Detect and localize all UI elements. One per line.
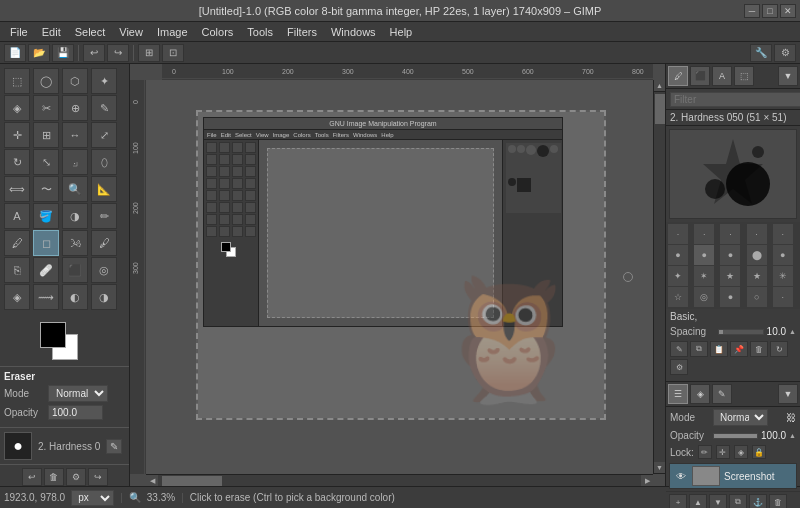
brush-action-edit[interactable]: ✎ bbox=[670, 341, 688, 357]
tool-burn[interactable]: ◑ bbox=[91, 284, 117, 310]
tool-ellipse-select[interactable]: ◯ bbox=[33, 68, 59, 94]
minimize-button[interactable]: ─ bbox=[744, 4, 760, 18]
tool-move[interactable]: ✛ bbox=[4, 122, 30, 148]
tool-rect-select[interactable]: ⬚ bbox=[4, 68, 30, 94]
brush-cell-4[interactable]: · bbox=[773, 224, 793, 244]
brush-cell-2[interactable]: · bbox=[720, 224, 740, 244]
mode-chain-icon[interactable]: ⛓ bbox=[786, 412, 796, 423]
panel-tab-extra[interactable]: ⬚ bbox=[734, 66, 754, 86]
scroll-left-arrow[interactable]: ◀ bbox=[146, 475, 158, 487]
tool-blur[interactable]: ◎ bbox=[91, 257, 117, 283]
brush-cell-13[interactable]: ★ bbox=[747, 266, 767, 286]
tool-select-by-color[interactable]: ◈ bbox=[4, 95, 30, 121]
tool-sharpen[interactable]: ◈ bbox=[4, 284, 30, 310]
nav-redo[interactable]: ↪ bbox=[88, 468, 108, 486]
menu-image[interactable]: Image bbox=[151, 25, 194, 39]
tool-perspective[interactable]: ⬯ bbox=[91, 149, 117, 175]
tool-airbrush[interactable]: 🌬 bbox=[62, 230, 88, 256]
lock-pixels-button[interactable]: ✏ bbox=[698, 445, 712, 459]
canvas-image-area[interactable]: GNU Image Manipulation Program FileEditS… bbox=[196, 110, 606, 420]
tool-ink[interactable]: 🖋 bbox=[91, 230, 117, 256]
tool-perspective-clone[interactable]: ⬛ bbox=[62, 257, 88, 283]
tool-fuzzy-select[interactable]: ✦ bbox=[91, 68, 117, 94]
tool-paintbrush[interactable]: 🖊 bbox=[4, 230, 30, 256]
mode-dropdown[interactable]: Normal bbox=[713, 409, 768, 426]
brush-cell-1[interactable]: · bbox=[694, 224, 714, 244]
tool-smudge[interactable]: ⟿ bbox=[33, 284, 59, 310]
panel-tab-brushes[interactable]: 🖊 bbox=[668, 66, 688, 86]
opacity-input[interactable] bbox=[48, 405, 103, 420]
toolbar-undo[interactable]: ↩ bbox=[83, 44, 105, 62]
spacing-slider[interactable] bbox=[718, 329, 764, 335]
brush-cell-12[interactable]: ★ bbox=[720, 266, 740, 286]
lock-all-button[interactable]: 🔒 bbox=[752, 445, 766, 459]
brush-cell-18[interactable]: ○ bbox=[747, 287, 767, 307]
brush-cell-5[interactable]: ● bbox=[668, 245, 688, 265]
toolbar-zoom-fit[interactable]: ⊞ bbox=[138, 44, 160, 62]
vertical-scrollbar[interactable]: ▲ ▼ bbox=[653, 80, 665, 474]
menu-edit[interactable]: Edit bbox=[36, 25, 67, 39]
layers-tab[interactable]: ☰ bbox=[668, 384, 688, 404]
layer-raise-button[interactable]: ▲ bbox=[689, 494, 707, 508]
nav-config[interactable]: ⚙ bbox=[66, 468, 86, 486]
brush-cell-10[interactable]: ✦ bbox=[668, 266, 688, 286]
brush-action-paste[interactable]: 📌 bbox=[730, 341, 748, 357]
foreground-color[interactable] bbox=[40, 322, 66, 348]
brush-cell-7[interactable]: ● bbox=[720, 245, 740, 265]
menu-windows[interactable]: Windows bbox=[325, 25, 382, 39]
menu-file[interactable]: File bbox=[4, 25, 34, 39]
toolbar-save[interactable]: 💾 bbox=[52, 44, 74, 62]
tool-rotate[interactable]: ↻ bbox=[4, 149, 30, 175]
scroll-up-arrow[interactable]: ▲ bbox=[654, 80, 666, 92]
maximize-button[interactable]: □ bbox=[762, 4, 778, 18]
nav-delete[interactable]: 🗑 bbox=[44, 468, 64, 486]
toolbar-extra1[interactable]: 🔧 bbox=[750, 44, 772, 62]
brush-cell-14[interactable]: ✳ bbox=[773, 266, 793, 286]
tool-dodge[interactable]: ◐ bbox=[62, 284, 88, 310]
tool-pencil[interactable]: ✏ bbox=[91, 203, 117, 229]
brush-cell-19[interactable]: · bbox=[773, 287, 793, 307]
lock-position-button[interactable]: ✛ bbox=[716, 445, 730, 459]
canvas-container[interactable]: GNU Image Manipulation Program FileEditS… bbox=[146, 80, 653, 474]
brush-icon[interactable]: ● bbox=[4, 432, 32, 460]
panel-tab-patterns[interactable]: ⬛ bbox=[690, 66, 710, 86]
tool-paths[interactable]: ✎ bbox=[91, 95, 117, 121]
horizontal-scrollbar[interactable]: ◀ ▶ bbox=[146, 474, 653, 486]
color-swatches[interactable] bbox=[40, 322, 90, 362]
brush-cell-11[interactable]: ✶ bbox=[694, 266, 714, 286]
tool-measure[interactable]: 📐 bbox=[91, 176, 117, 202]
layer-item[interactable]: 👁 Screenshot bbox=[669, 463, 797, 489]
opacity-arrow[interactable]: ▲ bbox=[789, 432, 796, 439]
menu-help[interactable]: Help bbox=[384, 25, 419, 39]
menu-colors[interactable]: Colors bbox=[196, 25, 240, 39]
tool-scissors[interactable]: ✂ bbox=[33, 95, 59, 121]
toolbar-zoom-fill[interactable]: ⊡ bbox=[162, 44, 184, 62]
tool-flip[interactable]: ⟺ bbox=[4, 176, 30, 202]
toolbar-new[interactable]: 📄 bbox=[4, 44, 26, 62]
close-button[interactable]: ✕ bbox=[780, 4, 796, 18]
panel-settings-button[interactable]: ▼ bbox=[778, 66, 798, 86]
brush-action-config[interactable]: ⚙ bbox=[670, 359, 688, 375]
tool-scale[interactable]: ⤡ bbox=[33, 149, 59, 175]
tool-crop[interactable]: ⤢ bbox=[91, 122, 117, 148]
brush-cell-8[interactable]: ⬤ bbox=[747, 245, 767, 265]
brush-action-duplicate[interactable]: ⧉ bbox=[690, 341, 708, 357]
tool-text[interactable]: A bbox=[4, 203, 30, 229]
scroll-down-arrow[interactable]: ▼ bbox=[654, 462, 666, 474]
menu-filters[interactable]: Filters bbox=[281, 25, 323, 39]
tool-blend[interactable]: ◑ bbox=[62, 203, 88, 229]
brush-action-copy[interactable]: 📋 bbox=[710, 341, 728, 357]
brush-cell-17[interactable]: ● bbox=[720, 287, 740, 307]
scroll-thumb-vertical[interactable] bbox=[655, 94, 665, 124]
menu-select[interactable]: Select bbox=[69, 25, 112, 39]
menu-tools[interactable]: Tools bbox=[241, 25, 279, 39]
brush-cell-16[interactable]: ◎ bbox=[694, 287, 714, 307]
tool-bucket-fill[interactable]: 🪣 bbox=[33, 203, 59, 229]
brush-cell-0[interactable]: · bbox=[668, 224, 688, 244]
scroll-thumb-horizontal[interactable] bbox=[162, 476, 222, 486]
unit-select[interactable]: px in mm bbox=[71, 490, 114, 506]
tool-transform[interactable]: ↔ bbox=[62, 122, 88, 148]
tool-align[interactable]: ⊞ bbox=[33, 122, 59, 148]
tool-eraser[interactable]: ◻ bbox=[33, 230, 59, 256]
lock-alpha-button[interactable]: ◈ bbox=[734, 445, 748, 459]
